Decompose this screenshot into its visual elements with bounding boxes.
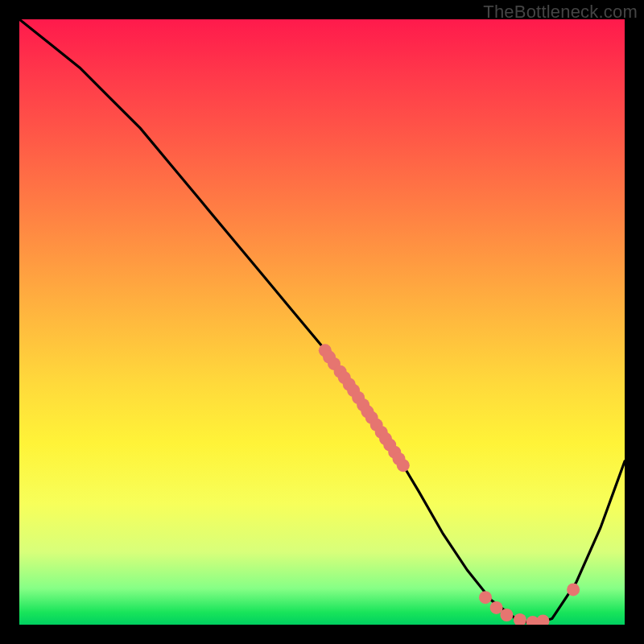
scatter-point — [500, 609, 513, 621]
watermark-text: TheBottleneck.com — [483, 2, 638, 23]
scatter-point — [397, 459, 410, 472]
bottleneck-curve — [19, 19, 625, 625]
scatter-point — [567, 583, 580, 596]
scatter-point — [490, 601, 503, 614]
scatter-point — [479, 591, 492, 604]
chart-svg — [19, 19, 625, 625]
chart-plot-area — [19, 19, 625, 625]
highlighted-points — [319, 344, 580, 625]
scatter-point — [537, 615, 550, 625]
scatter-point — [514, 613, 526, 625]
